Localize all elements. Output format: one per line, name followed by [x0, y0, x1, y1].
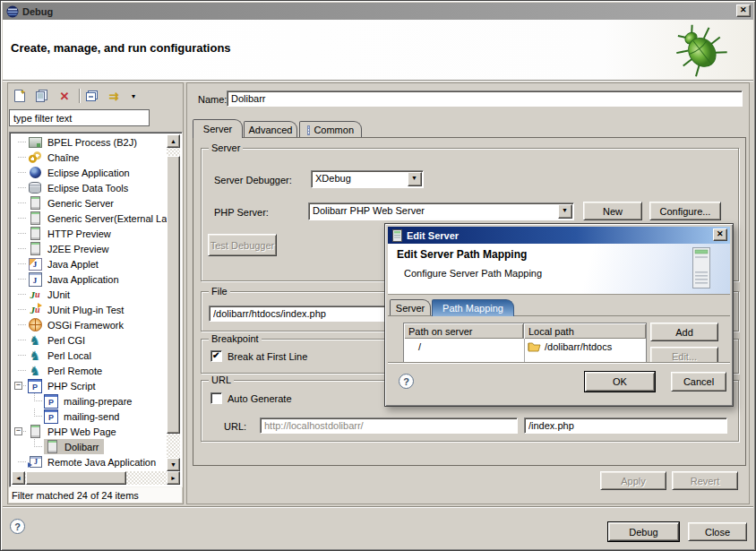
tree-item-label: Chaîne — [46, 152, 81, 163]
configurations-tree: BPEL Process (B2J) Chaîne Eclipse Applic… — [9, 132, 183, 487]
toolbar-menu-dropdown-icon[interactable]: ▾ — [125, 88, 142, 104]
url-path-input[interactable] — [524, 418, 727, 434]
php-server-select[interactable]: Dolibarr PHP Web Server — [308, 202, 574, 220]
bpel-process-icon — [28, 135, 42, 149]
ok-button[interactable]: OK — [585, 372, 655, 392]
window-titlebar[interactable]: Debug — [3, 3, 753, 20]
tree-item[interactable]: Eclipse Data Tools — [12, 180, 167, 195]
help-icon[interactable] — [10, 519, 25, 534]
break-first-line-label: Break at First Line — [228, 351, 307, 362]
new-button[interactable]: New — [583, 202, 642, 220]
tree-item-selected[interactable]: Dolibarr — [12, 439, 167, 454]
tree-item-label: Generic Server — [46, 198, 116, 209]
server-group-label: Server — [209, 142, 243, 153]
tree-item[interactable]: Eclipse Application — [12, 165, 167, 180]
database-icon — [28, 181, 42, 194]
tree-item-label: mailing-prepare — [62, 396, 133, 407]
java-application-icon — [28, 272, 42, 286]
dialog-tab-server[interactable]: Server — [390, 299, 431, 316]
header-banner: Create, manage, and run configurations — [3, 20, 753, 80]
close-icon[interactable] — [713, 228, 727, 241]
tree-vertical-scrollbar[interactable]: ▲ ▼ — [167, 134, 180, 471]
break-first-line-checkbox[interactable] — [210, 350, 222, 362]
tree-item-label: Eclipse Data Tools — [46, 183, 130, 194]
tree-item-label: mailing-send — [62, 411, 121, 422]
perl-icon — [28, 333, 42, 347]
tree-item[interactable]: JUnit — [12, 287, 167, 302]
chevron-down-icon[interactable] — [408, 172, 422, 186]
duplicate-configuration-icon[interactable] — [34, 88, 50, 104]
vertical-scroll-thumb[interactable] — [167, 156, 180, 434]
path-mapping-table[interactable]: Path on server Local path / /dolibarr/ht… — [403, 323, 647, 366]
test-debugger-button[interactable]: Test Debugger — [208, 234, 277, 256]
column-header[interactable]: Local path — [524, 323, 646, 339]
tree-item[interactable]: Remote Java Application — [12, 454, 167, 469]
tab-advanced[interactable]: Advanced — [244, 121, 297, 138]
tree-item[interactable]: PHP Web Page — [12, 424, 167, 439]
tree-item[interactable]: JUnit Plug-in Test — [12, 302, 167, 317]
help-icon[interactable] — [399, 374, 414, 389]
header-separator — [3, 80, 753, 82]
php-web-page-icon — [28, 425, 42, 438]
tree-item[interactable]: PHP Script — [12, 378, 167, 393]
collapse-expander-icon[interactable] — [14, 382, 22, 390]
tree-item-label: PHP Web Page — [46, 426, 118, 437]
chevron-down-icon[interactable] — [558, 204, 572, 219]
tree-item[interactable]: Generic Server(External La — [12, 211, 167, 226]
debug-dialog-window: Debug Create, manage, and run configurat… — [0, 0, 756, 551]
table-cell-path-on-server[interactable]: / — [404, 339, 524, 354]
folder-icon — [528, 341, 541, 352]
tab-common[interactable]: Common — [299, 121, 362, 138]
tree-item[interactable]: mailing-prepare — [12, 393, 167, 409]
tree-item[interactable]: OSGi Framework — [12, 317, 167, 332]
cancel-button[interactable]: Cancel — [671, 372, 726, 392]
url-label: URL: — [224, 421, 246, 432]
tree-item-label: HTTP Preview — [46, 228, 113, 239]
tab-server[interactable]: Server — [193, 119, 243, 138]
tree-item[interactable]: Perl Local — [12, 348, 167, 363]
tree-item[interactable]: Generic Server — [12, 195, 167, 211]
column-header-label: Local path — [528, 326, 574, 337]
server-debugger-select[interactable]: XDebug — [311, 170, 424, 188]
scroll-up-icon[interactable]: ▲ — [167, 134, 180, 148]
cancel-button-label: Cancel — [683, 376, 714, 387]
new-configuration-icon[interactable]: + — [12, 88, 28, 104]
tree-item[interactable]: Perl CGI — [12, 332, 167, 348]
breakpoint-group-label: Breakpoint — [209, 333, 262, 344]
server-icon — [28, 211, 42, 225]
revert-button[interactable]: Revert — [672, 471, 738, 490]
tree-item[interactable]: mailing-send — [12, 409, 167, 424]
tree-horizontal-scrollbar[interactable]: ◄ ► — [12, 471, 180, 485]
collapse-expander-icon[interactable] — [14, 427, 22, 435]
edit-server-titlebar[interactable]: Edit Server — [388, 227, 730, 244]
tree-item[interactable]: Perl Remote — [12, 363, 167, 378]
tree-item[interactable]: Java Applet — [12, 256, 167, 271]
scroll-left-icon[interactable]: ◄ — [12, 471, 25, 485]
auto-generate-checkbox[interactable] — [210, 392, 222, 404]
tree-item[interactable]: J2EE Preview — [12, 241, 167, 256]
name-input[interactable] — [227, 90, 743, 107]
scroll-right-icon[interactable]: ► — [167, 471, 180, 485]
filter-input[interactable] — [9, 109, 150, 126]
collapse-all-icon[interactable] — [83, 88, 99, 104]
close-icon[interactable] — [736, 4, 751, 17]
close-button[interactable]: Close — [688, 522, 747, 541]
tree-item[interactable]: Chaîne — [12, 150, 167, 165]
add-button[interactable]: Add — [650, 323, 718, 341]
tree-item[interactable]: Java Application — [12, 271, 167, 287]
table-cell-local-path[interactable]: /dolibarr/htdocs — [525, 339, 646, 354]
tree-item[interactable]: BPEL Process (B2J) — [12, 134, 167, 150]
debug-bug-icon — [673, 23, 728, 77]
configure-button[interactable]: Configure... — [649, 202, 721, 220]
tree-item-label: Java Application — [46, 274, 121, 285]
tree-item-label: Perl Remote — [46, 366, 104, 376]
tree-item[interactable]: HTTP Preview — [12, 226, 167, 241]
dialog-tab-path-mapping[interactable]: Path Mapping — [432, 299, 514, 316]
apply-button[interactable]: Apply — [600, 471, 666, 490]
column-header[interactable]: Path on server — [404, 323, 524, 339]
delete-configuration-icon[interactable]: ✕ — [56, 88, 73, 104]
scroll-down-icon[interactable]: ▼ — [167, 458, 180, 471]
horizontal-scroll-thumb[interactable] — [26, 471, 126, 485]
debug-button[interactable]: Debug — [608, 522, 679, 541]
filter-configurations-icon[interactable]: ⇉ — [104, 88, 124, 104]
